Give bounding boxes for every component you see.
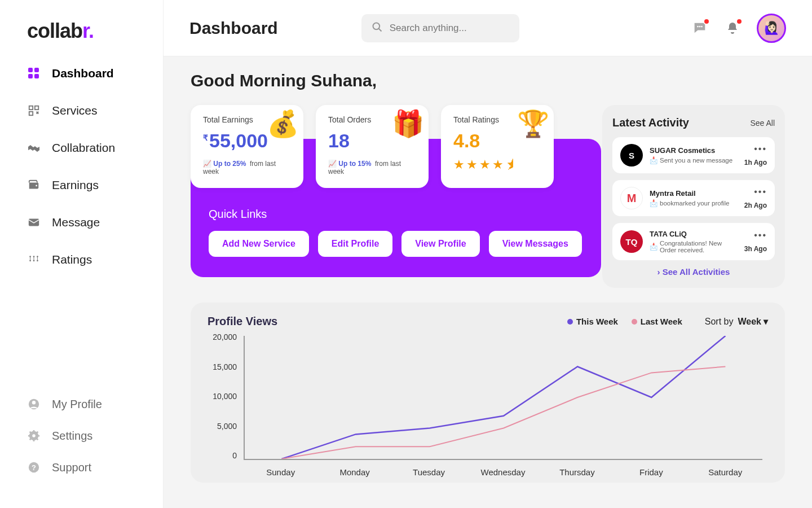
logo-text-2: r: [82, 19, 89, 42]
sort-label: Sort by: [705, 317, 734, 327]
activity-time: 1h Ago: [744, 159, 767, 167]
activity-name: TATA CLiQ: [650, 230, 738, 238]
activity-sub: 📩 Sent you a new message: [650, 156, 738, 164]
svg-rect-8: [29, 219, 39, 226]
activity-avatar: TQ: [620, 230, 643, 253]
svg-point-7: [36, 185, 37, 187]
activity-item[interactable]: TQTATA CLiQ📩 Congratulations! New Order …: [612, 223, 775, 260]
services-icon: [27, 104, 41, 117]
svg-point-22: [697, 25, 699, 27]
sidebar: collabr. Dashboard Services Collabration: [0, 0, 164, 508]
activity-time: 3h Ago: [744, 245, 767, 253]
topbar: Dashboard 🙋🏻‍♀️: [164, 0, 812, 56]
x-tick-label: Tuesday: [392, 467, 466, 477]
svg-rect-5: [35, 106, 38, 110]
handshake-icon: [27, 141, 41, 155]
sort-select[interactable]: Week ▾: [738, 316, 768, 327]
help-icon: ?: [27, 461, 41, 474]
gear-icon: [27, 429, 41, 443]
search-icon: [372, 21, 383, 35]
legend-last-week: Last Week: [632, 317, 682, 326]
bell-notification-dot: [736, 18, 743, 25]
legend-this-week: This Week: [567, 317, 618, 326]
user-icon: [27, 397, 41, 411]
see-all-activities-link[interactable]: › See All Activities: [612, 267, 775, 277]
moneybag-icon: 💰: [267, 108, 299, 139]
sidebar-item-label: Earnings: [52, 178, 99, 192]
activity-panel: Latest Activity See All SSUGAR Cosmetics…: [602, 105, 785, 288]
logo-text-1: collab: [27, 19, 82, 42]
sidebar-item-dashboard[interactable]: Dashboard: [27, 67, 152, 80]
svg-rect-0: [28, 68, 33, 72]
stat-card-orders: 🎁 Total Orders 18 📈 Up to 15% from last …: [316, 105, 429, 188]
svg-rect-4: [29, 106, 33, 110]
svg-point-24: [701, 25, 703, 27]
y-tick-label: 20,000: [208, 332, 237, 341]
x-tick-label: Monday: [317, 467, 391, 477]
sidebar-item-message[interactable]: Message: [27, 216, 152, 229]
sidebar-item-label: Message: [52, 216, 100, 229]
svg-rect-2: [28, 74, 33, 78]
quick-links-title: Quick Links: [209, 208, 583, 221]
svg-point-23: [699, 25, 701, 27]
activity-title: Latest Activity: [612, 116, 689, 129]
page-title: Dashboard: [189, 19, 278, 38]
activity-avatar: S: [620, 144, 643, 167]
avatar[interactable]: 🙋🏻‍♀️: [757, 14, 786, 43]
svg-rect-1: [34, 68, 39, 72]
activity-sub: 📩 bookmarked your profile: [650, 199, 738, 207]
logo: collabr.: [27, 19, 152, 43]
activity-menu-icon[interactable]: •••: [744, 187, 767, 197]
sidebar-item-settings[interactable]: Settings: [27, 429, 152, 443]
star-rating: ★★★★⯨: [453, 157, 541, 172]
logo-dot: .: [89, 19, 94, 42]
activity-see-all[interactable]: See All: [750, 119, 775, 128]
quicklink-add-service[interactable]: Add New Service: [209, 231, 309, 257]
mail-icon: [27, 216, 41, 229]
ratings-icon: [27, 253, 41, 266]
stat-trend: 📈 Up to 25% from last week: [203, 160, 291, 176]
y-tick-label: 0: [208, 451, 237, 460]
svg-point-21: [373, 23, 379, 29]
x-tick-label: Saturday: [689, 467, 762, 477]
sidebar-item-services[interactable]: Services: [27, 104, 152, 117]
sidebar-item-label: Collabration: [52, 141, 115, 155]
stat-trend: 📈 Up to 15% from last week: [328, 160, 416, 176]
sidebar-item-label: My Profile: [52, 398, 102, 411]
stat-value: 55,000: [209, 130, 268, 151]
quicklink-view-profile[interactable]: View Profile: [401, 231, 479, 257]
activity-menu-icon[interactable]: •••: [744, 230, 767, 240]
svg-point-16: [32, 401, 36, 404]
chat-button[interactable]: [691, 20, 708, 37]
sidebar-item-ratings[interactable]: Ratings: [27, 253, 152, 266]
x-tick-label: Thursday: [540, 467, 614, 477]
gift-icon: 🎁: [392, 108, 424, 139]
search-box[interactable]: [361, 14, 519, 42]
bell-button[interactable]: [724, 20, 741, 37]
activity-item[interactable]: MMyntra Retail📩 bookmarked your profile•…: [612, 180, 775, 216]
series-this-week: [282, 336, 726, 459]
stat-card-ratings: 🏆 Total Ratings 4.8 ★★★★⯨: [441, 105, 554, 188]
search-input[interactable]: [390, 23, 509, 34]
sidebar-item-collaboration[interactable]: Collabration: [27, 141, 152, 155]
chevron-down-icon: ▾: [764, 316, 768, 327]
svg-rect-6: [29, 112, 33, 115]
activity-name: Myntra Retail: [650, 189, 738, 198]
sidebar-item-label: Services: [52, 104, 98, 117]
quicklink-edit-profile[interactable]: Edit Profile: [318, 231, 392, 257]
sidebar-item-label: Support: [52, 461, 91, 474]
y-tick-label: 10,000: [208, 392, 237, 401]
quicklink-view-messages[interactable]: View Messages: [489, 231, 582, 257]
activity-sub: 📩 Congratulations! New Order received.: [650, 240, 738, 253]
activity-time: 2h Ago: [744, 202, 767, 209]
sidebar-item-support[interactable]: ? Support: [27, 461, 152, 474]
sidebar-item-profile[interactable]: My Profile: [27, 397, 152, 411]
dashboard-icon: [27, 67, 41, 80]
sidebar-footer: My Profile Settings ? Support: [27, 397, 152, 497]
activity-menu-icon[interactable]: •••: [744, 144, 767, 154]
activity-item[interactable]: SSUGAR Cosmetics📩 Sent you a new message…: [612, 137, 775, 173]
sidebar-item-label: Ratings: [52, 253, 92, 266]
svg-text:?: ?: [32, 463, 36, 472]
sidebar-item-earnings[interactable]: Earnings: [27, 178, 152, 192]
sidebar-item-label: Settings: [52, 430, 92, 443]
